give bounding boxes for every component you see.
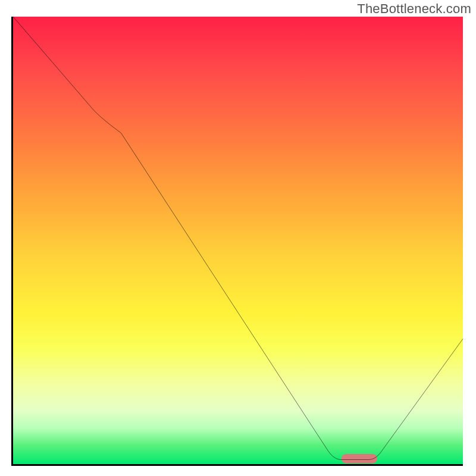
axis-bottom (11, 464, 463, 466)
axis-left (11, 17, 13, 464)
plot-area (13, 17, 463, 464)
chart-container: TheBottleneck.com (0, 0, 476, 476)
bottleneck-curve (13, 17, 463, 464)
watermark-text: TheBottleneck.com (357, 1, 471, 17)
